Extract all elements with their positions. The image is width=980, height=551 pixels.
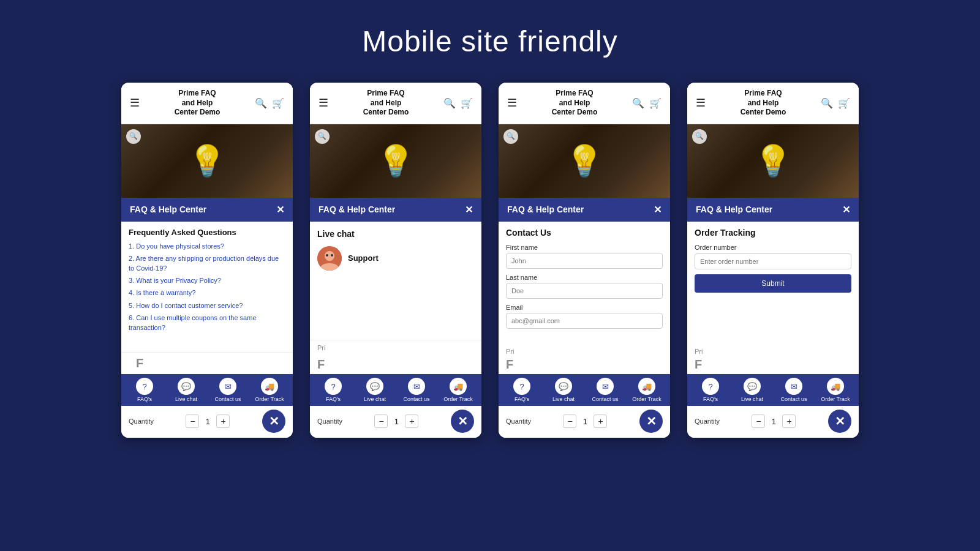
phone-faq: ☰ Prime FAQand HelpCenter Demo 🔍 🛒 🔍 💡 F…: [121, 83, 293, 438]
popup-header-3: FAQ & Help Center ✕: [499, 198, 670, 222]
nav-contact-2[interactable]: ✉ Contact us: [401, 378, 432, 402]
popup-close-3[interactable]: ✕: [654, 204, 662, 216]
partial-f-4: F: [687, 358, 859, 374]
qty-plus-4[interactable]: +: [782, 414, 796, 428]
popup-close-2[interactable]: ✕: [465, 204, 473, 216]
header-icons-2: 🔍 🛒: [443, 97, 473, 109]
close-circle-2[interactable]: ✕: [451, 410, 474, 433]
header-icons-3: 🔍 🛒: [632, 97, 662, 109]
faq-heading-1: Frequently Asked Questions: [129, 228, 285, 237]
zoom-btn-4[interactable]: 🔍: [692, 129, 707, 144]
nav-faq-label-1: FAQ's: [137, 396, 152, 402]
cart-icon[interactable]: 🛒: [272, 97, 284, 109]
nav-faqs-3[interactable]: ? FAQ's: [506, 378, 538, 402]
search-icon[interactable]: 🔍: [255, 97, 267, 109]
phone-header-1: ☰ Prime FAQand HelpCenter Demo 🔍 🛒: [121, 83, 293, 124]
nav-ordertrack-3[interactable]: 🚚 Order Track: [631, 378, 663, 402]
nav-livechat-4[interactable]: 💬 Live chat: [736, 378, 768, 402]
nav-faqs-4[interactable]: ? FAQ's: [695, 378, 726, 402]
nav-faqs-2[interactable]: ? FAQ's: [317, 378, 349, 402]
nav-ordertrack-1[interactable]: 🚚 Order Track: [254, 378, 285, 402]
livechat-popup: FAQ & Help Center ✕ Live chat: [310, 198, 481, 340]
nav-faq-icon-3: ?: [513, 378, 530, 395]
nav-livechat-1[interactable]: 💬 Live chat: [170, 378, 202, 402]
nav-contact-3[interactable]: ✉ Contact us: [589, 378, 621, 402]
menu-icon-4[interactable]: ☰: [696, 96, 706, 110]
faq-popup-1: FAQ & Help Center ✕ Frequently Asked Que…: [121, 198, 293, 352]
nav-faqs-1[interactable]: ? FAQ's: [129, 378, 160, 402]
close-circle-3[interactable]: ✕: [639, 410, 663, 433]
partial-pri-3: Pri: [499, 345, 670, 358]
faq-item-1-6[interactable]: 6. Can I use multiple coupons on the sam…: [129, 313, 285, 332]
search-icon-4[interactable]: 🔍: [821, 97, 833, 109]
order-number-input[interactable]: [695, 253, 851, 269]
qty-value-1: 1: [203, 417, 213, 426]
qty-plus-3[interactable]: +: [594, 414, 607, 428]
contact-popup: FAQ & Help Center ✕ Contact Us First nam…: [499, 198, 670, 345]
search-icon-2[interactable]: 🔍: [443, 97, 456, 109]
nav-livechat-3[interactable]: 💬 Live chat: [548, 378, 579, 402]
lastname-input[interactable]: [506, 283, 663, 299]
zoom-btn-2[interactable]: 🔍: [315, 129, 330, 144]
svg-rect-2: [322, 257, 325, 262]
faq-item-1-4[interactable]: 4. Is there a warranty?: [129, 288, 285, 298]
qty-minus-1[interactable]: −: [186, 414, 199, 428]
qty-minus-3[interactable]: −: [563, 414, 576, 428]
nav-ordertrack-icon-2: 🚚: [450, 378, 467, 395]
svg-rect-3: [334, 257, 337, 262]
product-image-4: 🔍 💡: [687, 124, 859, 198]
qty-controls-2: − 1 +: [374, 414, 418, 428]
quantity-row-3: Quantity − 1 + ✕: [499, 406, 670, 438]
search-icon-3[interactable]: 🔍: [632, 97, 644, 109]
ordertrack-popup: FAQ & Help Center ✕ Order Tracking Order…: [687, 198, 859, 345]
nav-livechat-2[interactable]: 💬 Live chat: [359, 378, 391, 402]
qty-plus-2[interactable]: +: [405, 414, 418, 428]
zoom-btn-1[interactable]: 🔍: [126, 129, 141, 144]
faq-item-1-5[interactable]: 5. How do I contact customer service?: [129, 301, 285, 310]
nav-ordertrack-4[interactable]: 🚚 Order Track: [820, 378, 851, 402]
cart-icon-2[interactable]: 🛒: [461, 97, 473, 109]
popup-close-4[interactable]: ✕: [842, 204, 850, 216]
firstname-label: First name: [506, 244, 663, 251]
quantity-row-1: Quantity − 1 + ✕: [121, 406, 293, 438]
menu-icon-3[interactable]: ☰: [507, 96, 517, 110]
header-icons-1: 🔍 🛒: [255, 97, 284, 109]
header-title-2: Prime FAQand HelpCenter Demo: [363, 89, 409, 118]
product-image-1: 🔍 💡: [121, 124, 293, 198]
nav-contact-label-4: Contact us: [780, 396, 807, 402]
faq-item-1-3[interactable]: 3. What is your Privacy Policy?: [129, 276, 285, 285]
submit-button[interactable]: Submit: [695, 274, 851, 293]
qty-plus-1[interactable]: +: [216, 414, 230, 428]
close-circle-icon-1: ✕: [269, 414, 279, 429]
popup-close-1[interactable]: ✕: [276, 204, 284, 216]
form-group-firstname: First name: [506, 244, 663, 269]
cart-icon-3[interactable]: 🛒: [649, 97, 662, 109]
popup-header-4: FAQ & Help Center ✕: [687, 198, 859, 222]
nav-contact-icon-1: ✉: [219, 378, 236, 395]
email-input[interactable]: [506, 313, 663, 329]
popup-content-1: Frequently Asked Questions 1. Do you hav…: [121, 222, 293, 352]
nav-ordertrack-label-1: Order Track: [255, 396, 284, 402]
bottom-nav-2: ? FAQ's 💬 Live chat ✉ Contact us 🚚 Order…: [310, 374, 481, 406]
nav-ordertrack-2[interactable]: 🚚 Order Track: [442, 378, 474, 402]
zoom-btn-3[interactable]: 🔍: [503, 129, 518, 144]
faq-item-1-2[interactable]: 2. Are there any shipping or production …: [129, 254, 285, 273]
faq-item-1-1[interactable]: 1. Do you have physical stores?: [129, 242, 285, 251]
order-number-label: Order number: [695, 244, 851, 251]
qty-minus-4[interactable]: −: [752, 414, 765, 428]
partial-f-2: F: [310, 355, 481, 374]
nav-faq-icon-4: ?: [702, 378, 719, 395]
qty-controls-4: − 1 +: [752, 414, 796, 428]
nav-contact-4[interactable]: ✉ Contact us: [778, 378, 810, 402]
close-circle-1[interactable]: ✕: [262, 410, 285, 433]
nav-livechat-icon-3: 💬: [555, 378, 572, 395]
qty-minus-2[interactable]: −: [374, 414, 388, 428]
partial-pri-2: Pri: [317, 344, 325, 351]
nav-contact-1[interactable]: ✉ Contact us: [212, 378, 244, 402]
firstname-input[interactable]: [506, 253, 663, 269]
menu-icon-2[interactable]: ☰: [318, 96, 328, 110]
cart-icon-4[interactable]: 🛒: [838, 97, 850, 109]
bottom-nav-4: ? FAQ's 💬 Live chat ✉ Contact us 🚚 Order…: [687, 374, 859, 406]
menu-icon[interactable]: ☰: [130, 96, 140, 110]
close-circle-4[interactable]: ✕: [828, 410, 851, 433]
